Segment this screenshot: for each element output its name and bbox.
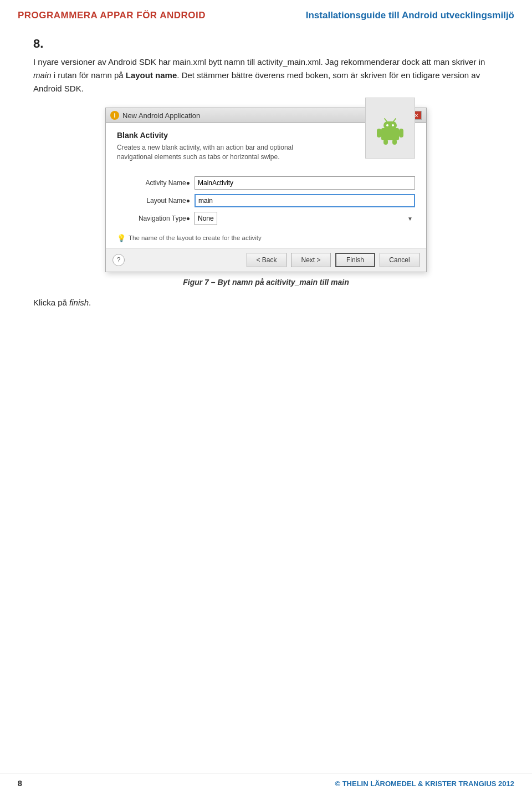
form-row-navigation-type: Navigation Type● None ▼: [117, 212, 415, 225]
header-title-left: PROGRAMMERA APPAR FÖR ANDROID: [18, 10, 206, 21]
dialog-titlebar-left: i New Android Application: [110, 111, 200, 120]
bottom-text-before: Klicka på: [33, 298, 69, 307]
svg-point-2: [386, 124, 388, 126]
form-section: Activity Name● Layout Name● Navigation T…: [117, 171, 415, 225]
navigation-type-select[interactable]: None: [195, 212, 217, 225]
svg-rect-6: [377, 129, 381, 137]
hint-text: 💡 The name of the layout to create for t…: [117, 234, 415, 242]
finish-button[interactable]: Finish: [335, 253, 375, 267]
page-number: 8: [18, 779, 22, 788]
dialog-box: i New Android Application – □ ✕: [105, 108, 427, 272]
cancel-button[interactable]: Cancel: [380, 253, 420, 267]
help-button[interactable]: ?: [112, 254, 125, 266]
select-arrow-icon: ▼: [407, 215, 413, 221]
svg-rect-1: [383, 121, 397, 129]
section-text-p1a: I nyare versioner av Android SDK har mai…: [33, 57, 485, 67]
next-button[interactable]: Next >: [291, 253, 331, 267]
android-robot-icon: [376, 116, 405, 145]
section-text-bold: Layout name: [126, 70, 177, 80]
page-content: 8. I nyare versioner av Android SDK har …: [0, 27, 532, 318]
dialog-body: Blank Activity Creates a new blank activ…: [106, 123, 426, 248]
section-paragraph1: I nyare versioner av Android SDK har mai…: [33, 55, 499, 95]
dialog-footer: ? < Back Next > Finish Cancel: [106, 248, 426, 272]
blank-activity-desc: Creates a new blank activity, with an ac…: [117, 143, 328, 162]
page-footer: 8 © THELIN LÄROMEDEL & KRISTER TRANGIUS …: [0, 773, 532, 788]
svg-line-5: [393, 119, 396, 121]
phone-preview-container: [366, 103, 415, 158]
figure-caption: Figur 7 – Byt namn på acitivity_main til…: [33, 278, 499, 287]
svg-line-4: [385, 119, 387, 121]
footer-copyright: © THELIN LÄROMEDEL & KRISTER TRANGIUS 20…: [335, 779, 514, 788]
activity-name-input[interactable]: [195, 176, 415, 190]
page-header: PROGRAMMERA APPAR FÖR ANDROID Installati…: [0, 0, 532, 27]
svg-rect-9: [392, 139, 397, 145]
svg-rect-7: [399, 129, 403, 137]
dialog-title: New Android Application: [122, 111, 200, 120]
form-row-layout-name: Layout Name●: [117, 194, 415, 207]
footer-left: ?: [112, 254, 125, 266]
hint-message: The name of the layout to create for the…: [129, 235, 262, 241]
bottom-text-after: .: [89, 298, 91, 307]
activity-name-label: Activity Name●: [117, 179, 195, 187]
back-button[interactable]: < Back: [247, 253, 287, 267]
svg-rect-0: [381, 128, 399, 140]
section-number: 8.: [33, 37, 499, 51]
layout-name-label: Layout Name●: [117, 197, 195, 205]
hint-icon: 💡: [117, 234, 126, 242]
layout-name-input[interactable]: [195, 194, 415, 207]
svg-point-3: [392, 124, 394, 126]
navigation-type-wrapper: None ▼: [195, 212, 415, 225]
dialog-info-icon: i: [110, 111, 119, 120]
svg-rect-8: [383, 139, 388, 145]
header-title-right: Installationsguide till Android utveckli…: [306, 10, 514, 21]
bottom-text-italic: finish: [69, 298, 89, 307]
section-text-italic: main: [33, 70, 52, 80]
section-text-p1c: i rutan för namn på: [52, 70, 126, 80]
form-row-activity-name: Activity Name●: [117, 176, 415, 190]
bottom-text: Klicka på finish.: [33, 298, 499, 307]
dialog-wrapper: i New Android Application – □ ✕: [33, 108, 499, 272]
navigation-type-label: Navigation Type●: [117, 215, 195, 222]
preview-area: [365, 98, 415, 159]
